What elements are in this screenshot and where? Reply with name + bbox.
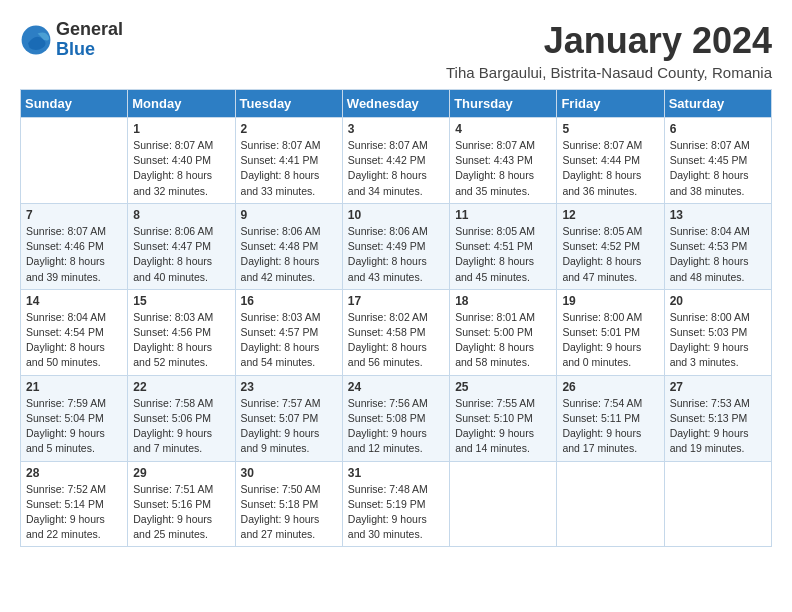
day-info: Sunrise: 8:07 AMSunset: 4:44 PMDaylight:… xyxy=(562,138,658,199)
day-info: Sunrise: 8:07 AMSunset: 4:41 PMDaylight:… xyxy=(241,138,337,199)
day-cell-31: 31Sunrise: 7:48 AMSunset: 5:19 PMDayligh… xyxy=(342,461,449,547)
week-row-1: 1Sunrise: 8:07 AMSunset: 4:40 PMDaylight… xyxy=(21,118,772,204)
day-number: 5 xyxy=(562,122,658,136)
day-number: 28 xyxy=(26,466,122,480)
day-cell-15: 15Sunrise: 8:03 AMSunset: 4:56 PMDayligh… xyxy=(128,289,235,375)
day-number: 6 xyxy=(670,122,766,136)
day-cell-27: 27Sunrise: 7:53 AMSunset: 5:13 PMDayligh… xyxy=(664,375,771,461)
day-cell-8: 8Sunrise: 8:06 AMSunset: 4:47 PMDaylight… xyxy=(128,203,235,289)
day-cell-1: 1Sunrise: 8:07 AMSunset: 4:40 PMDaylight… xyxy=(128,118,235,204)
header-area: General Blue January 2024 Tiha Bargaului… xyxy=(20,20,772,81)
day-cell-16: 16Sunrise: 8:03 AMSunset: 4:57 PMDayligh… xyxy=(235,289,342,375)
day-number: 1 xyxy=(133,122,229,136)
calendar-table: SundayMondayTuesdayWednesdayThursdayFrid… xyxy=(20,89,772,547)
day-number: 16 xyxy=(241,294,337,308)
day-info: Sunrise: 7:58 AMSunset: 5:06 PMDaylight:… xyxy=(133,396,229,457)
header-day-sunday: Sunday xyxy=(21,90,128,118)
day-info: Sunrise: 7:54 AMSunset: 5:11 PMDaylight:… xyxy=(562,396,658,457)
empty-cell xyxy=(557,461,664,547)
day-info: Sunrise: 7:50 AMSunset: 5:18 PMDaylight:… xyxy=(241,482,337,543)
week-row-5: 28Sunrise: 7:52 AMSunset: 5:14 PMDayligh… xyxy=(21,461,772,547)
day-cell-21: 21Sunrise: 7:59 AMSunset: 5:04 PMDayligh… xyxy=(21,375,128,461)
day-info: Sunrise: 8:04 AMSunset: 4:54 PMDaylight:… xyxy=(26,310,122,371)
day-cell-29: 29Sunrise: 7:51 AMSunset: 5:16 PMDayligh… xyxy=(128,461,235,547)
day-info: Sunrise: 7:48 AMSunset: 5:19 PMDaylight:… xyxy=(348,482,444,543)
day-cell-28: 28Sunrise: 7:52 AMSunset: 5:14 PMDayligh… xyxy=(21,461,128,547)
day-number: 20 xyxy=(670,294,766,308)
day-number: 21 xyxy=(26,380,122,394)
day-cell-13: 13Sunrise: 8:04 AMSunset: 4:53 PMDayligh… xyxy=(664,203,771,289)
day-cell-30: 30Sunrise: 7:50 AMSunset: 5:18 PMDayligh… xyxy=(235,461,342,547)
day-number: 12 xyxy=(562,208,658,222)
day-number: 19 xyxy=(562,294,658,308)
title-block: January 2024 Tiha Bargaului, Bistrita-Na… xyxy=(446,20,772,81)
day-info: Sunrise: 8:07 AMSunset: 4:42 PMDaylight:… xyxy=(348,138,444,199)
day-info: Sunrise: 8:05 AMSunset: 4:52 PMDaylight:… xyxy=(562,224,658,285)
month-title: January 2024 xyxy=(446,20,772,62)
logo: General Blue xyxy=(20,20,123,60)
day-cell-18: 18Sunrise: 8:01 AMSunset: 5:00 PMDayligh… xyxy=(450,289,557,375)
day-info: Sunrise: 8:07 AMSunset: 4:43 PMDaylight:… xyxy=(455,138,551,199)
day-info: Sunrise: 8:06 AMSunset: 4:49 PMDaylight:… xyxy=(348,224,444,285)
day-info: Sunrise: 7:57 AMSunset: 5:07 PMDaylight:… xyxy=(241,396,337,457)
day-number: 3 xyxy=(348,122,444,136)
header-day-monday: Monday xyxy=(128,90,235,118)
header-row: SundayMondayTuesdayWednesdayThursdayFrid… xyxy=(21,90,772,118)
day-cell-17: 17Sunrise: 8:02 AMSunset: 4:58 PMDayligh… xyxy=(342,289,449,375)
day-number: 31 xyxy=(348,466,444,480)
day-number: 13 xyxy=(670,208,766,222)
header-day-wednesday: Wednesday xyxy=(342,90,449,118)
day-info: Sunrise: 8:03 AMSunset: 4:56 PMDaylight:… xyxy=(133,310,229,371)
logo-general: General xyxy=(56,20,123,40)
empty-cell xyxy=(664,461,771,547)
day-info: Sunrise: 8:07 AMSunset: 4:40 PMDaylight:… xyxy=(133,138,229,199)
day-info: Sunrise: 7:51 AMSunset: 5:16 PMDaylight:… xyxy=(133,482,229,543)
day-number: 4 xyxy=(455,122,551,136)
day-info: Sunrise: 8:00 AMSunset: 5:03 PMDaylight:… xyxy=(670,310,766,371)
empty-cell xyxy=(450,461,557,547)
day-info: Sunrise: 7:53 AMSunset: 5:13 PMDaylight:… xyxy=(670,396,766,457)
day-number: 8 xyxy=(133,208,229,222)
day-info: Sunrise: 8:00 AMSunset: 5:01 PMDaylight:… xyxy=(562,310,658,371)
day-info: Sunrise: 7:59 AMSunset: 5:04 PMDaylight:… xyxy=(26,396,122,457)
day-number: 7 xyxy=(26,208,122,222)
day-number: 17 xyxy=(348,294,444,308)
week-row-2: 7Sunrise: 8:07 AMSunset: 4:46 PMDaylight… xyxy=(21,203,772,289)
day-cell-2: 2Sunrise: 8:07 AMSunset: 4:41 PMDaylight… xyxy=(235,118,342,204)
day-cell-4: 4Sunrise: 8:07 AMSunset: 4:43 PMDaylight… xyxy=(450,118,557,204)
day-cell-7: 7Sunrise: 8:07 AMSunset: 4:46 PMDaylight… xyxy=(21,203,128,289)
day-number: 10 xyxy=(348,208,444,222)
day-cell-23: 23Sunrise: 7:57 AMSunset: 5:07 PMDayligh… xyxy=(235,375,342,461)
header-day-saturday: Saturday xyxy=(664,90,771,118)
day-info: Sunrise: 7:52 AMSunset: 5:14 PMDaylight:… xyxy=(26,482,122,543)
subtitle: Tiha Bargaului, Bistrita-Nasaud County, … xyxy=(446,64,772,81)
day-cell-25: 25Sunrise: 7:55 AMSunset: 5:10 PMDayligh… xyxy=(450,375,557,461)
day-cell-19: 19Sunrise: 8:00 AMSunset: 5:01 PMDayligh… xyxy=(557,289,664,375)
day-number: 18 xyxy=(455,294,551,308)
day-number: 30 xyxy=(241,466,337,480)
day-info: Sunrise: 8:01 AMSunset: 5:00 PMDaylight:… xyxy=(455,310,551,371)
header-day-tuesday: Tuesday xyxy=(235,90,342,118)
day-cell-14: 14Sunrise: 8:04 AMSunset: 4:54 PMDayligh… xyxy=(21,289,128,375)
day-number: 2 xyxy=(241,122,337,136)
day-number: 27 xyxy=(670,380,766,394)
day-cell-20: 20Sunrise: 8:00 AMSunset: 5:03 PMDayligh… xyxy=(664,289,771,375)
day-number: 29 xyxy=(133,466,229,480)
day-info: Sunrise: 7:55 AMSunset: 5:10 PMDaylight:… xyxy=(455,396,551,457)
day-info: Sunrise: 8:06 AMSunset: 4:47 PMDaylight:… xyxy=(133,224,229,285)
week-row-3: 14Sunrise: 8:04 AMSunset: 4:54 PMDayligh… xyxy=(21,289,772,375)
logo-text: General Blue xyxy=(56,20,123,60)
day-number: 26 xyxy=(562,380,658,394)
day-cell-11: 11Sunrise: 8:05 AMSunset: 4:51 PMDayligh… xyxy=(450,203,557,289)
day-cell-26: 26Sunrise: 7:54 AMSunset: 5:11 PMDayligh… xyxy=(557,375,664,461)
day-info: Sunrise: 8:07 AMSunset: 4:45 PMDaylight:… xyxy=(670,138,766,199)
day-cell-5: 5Sunrise: 8:07 AMSunset: 4:44 PMDaylight… xyxy=(557,118,664,204)
day-number: 11 xyxy=(455,208,551,222)
header-day-thursday: Thursday xyxy=(450,90,557,118)
day-info: Sunrise: 7:56 AMSunset: 5:08 PMDaylight:… xyxy=(348,396,444,457)
logo-blue: Blue xyxy=(56,40,123,60)
day-number: 23 xyxy=(241,380,337,394)
day-cell-10: 10Sunrise: 8:06 AMSunset: 4:49 PMDayligh… xyxy=(342,203,449,289)
day-cell-3: 3Sunrise: 8:07 AMSunset: 4:42 PMDaylight… xyxy=(342,118,449,204)
day-info: Sunrise: 8:03 AMSunset: 4:57 PMDaylight:… xyxy=(241,310,337,371)
